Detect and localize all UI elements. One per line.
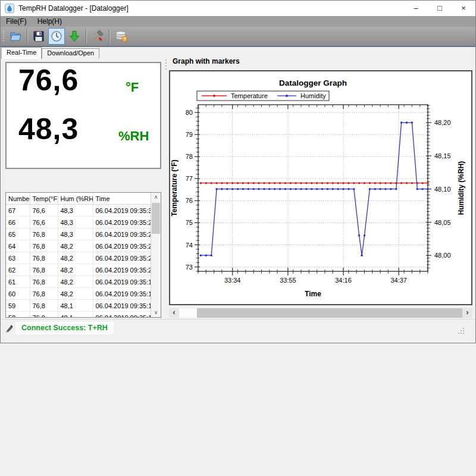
svg-text:73: 73	[186, 264, 193, 271]
tab-strip: Real-Time Download/Open	[1, 47, 475, 58]
scrollbar-thumb[interactable]	[197, 308, 462, 318]
table-cell: 76,6	[30, 205, 58, 217]
svg-text:48,00: 48,00	[434, 252, 451, 259]
column-header[interactable]: Number	[6, 193, 30, 205]
maximize-button[interactable]: □	[428, 1, 452, 16]
column-header[interactable]: Temp(°F)	[30, 193, 58, 205]
floppy-disk-icon	[33, 30, 45, 42]
table-cell: 06.04.2019 09:35:21	[93, 264, 151, 276]
toolbar-grip-icon	[2, 30, 5, 43]
table-cell: 48,3	[58, 205, 93, 217]
table-cell: 06.04.2019 09:35:23	[93, 252, 151, 264]
tab-download-open[interactable]: Download/Open	[42, 48, 99, 58]
download-arrow-icon	[68, 30, 80, 42]
clock-icon	[51, 30, 62, 42]
svg-text:80: 80	[186, 109, 193, 116]
menu-file[interactable]: File(F)	[1, 17, 32, 26]
table-row[interactable]: 6076,848,206.04.2019 09:35:16	[6, 288, 151, 300]
table-cell: 62	[6, 264, 30, 276]
scroll-right-button[interactable]: ›	[462, 308, 472, 318]
splitter-grip-icon[interactable]	[165, 59, 167, 70]
real-time-button[interactable]	[48, 28, 65, 45]
svg-text:Time: Time	[305, 290, 321, 298]
toolbar-separator	[109, 29, 109, 43]
temperature-value: 76,6	[18, 63, 79, 98]
table-vertical-scrollbar[interactable]: ∧ ∨	[151, 193, 161, 317]
svg-text:34:16: 34:16	[335, 277, 352, 284]
svg-text:33:55: 33:55	[280, 277, 296, 284]
table-row[interactable]: 6476,848,206.04.2019 09:35:25	[6, 240, 151, 252]
table-cell: 67	[6, 205, 30, 217]
resize-grip-icon[interactable]	[457, 327, 465, 334]
table-row[interactable]: 6176,848,206.04.2019 09:35:18	[6, 276, 151, 288]
svg-text:75: 75	[186, 219, 193, 226]
table-cell: 48,2	[58, 264, 93, 276]
table-cell: 59	[6, 300, 30, 312]
svg-text:34:37: 34:37	[390, 277, 407, 284]
table-row[interactable]: 6776,648,306.04.2019 09:35:31	[6, 205, 151, 217]
svg-text:79: 79	[186, 131, 193, 138]
folder-open-icon	[10, 30, 21, 42]
scroll-up-button[interactable]: ∧	[151, 193, 161, 202]
download-button[interactable]	[66, 28, 83, 45]
table-cell: 48,3	[58, 228, 93, 240]
window-title: TempRH Datalogger - [Datalogger]	[18, 4, 129, 12]
table-cell: 48,3	[58, 217, 93, 228]
save-button[interactable]	[30, 28, 47, 45]
menu-help[interactable]: Help(H)	[32, 17, 67, 26]
table-cell: 64	[6, 240, 30, 252]
svg-text:Temperature (°F): Temperature (°F)	[170, 159, 178, 216]
svg-text:74: 74	[186, 242, 193, 249]
svg-text:48,20: 48,20	[434, 119, 451, 126]
probe-pen-icon	[5, 324, 14, 333]
svg-text:?: ?	[123, 36, 126, 42]
graph-heading: Graph with markers	[173, 57, 240, 65]
table-cell: 60	[6, 288, 30, 300]
table-scrollbar-thumb[interactable]	[152, 203, 160, 234]
table-cell: 06.04.2019 09:35:29	[93, 217, 151, 228]
scroll-left-button[interactable]: ‹	[169, 308, 179, 318]
chart-horizontal-scrollbar[interactable]: ‹ ›	[169, 308, 472, 318]
toolbar-separator	[86, 29, 86, 43]
open-file-button[interactable]	[7, 28, 24, 45]
table-cell: 48,2	[58, 252, 93, 264]
table-row[interactable]: 5976,848,106.04.2019 09:35:14	[6, 300, 151, 312]
table-cell: 06.04.2019 09:35:25	[93, 240, 151, 252]
svg-text:Humidity: Humidity	[300, 92, 326, 99]
scrollbar-track[interactable]	[179, 308, 462, 318]
app-window: TempRH Datalogger - [Datalogger] – □ × F…	[0, 0, 476, 343]
status-bar: Connect Success: T+RH	[1, 319, 475, 343]
table-cell: 76,6	[30, 217, 58, 228]
status-message: Connect Success: T+RH	[15, 322, 114, 334]
minimize-button[interactable]: –	[404, 1, 428, 16]
table-cell: 76,8	[30, 228, 58, 240]
table-row[interactable]: 6576,848,306.04.2019 09:35:27	[6, 228, 151, 240]
temperature-unit: °F	[126, 80, 139, 95]
table-cell: 48,2	[58, 240, 93, 252]
tab-real-time[interactable]: Real-Time	[1, 47, 42, 59]
scroll-down-button[interactable]: ∨	[151, 308, 161, 317]
table-cell: 76,8	[30, 312, 58, 318]
table-cell: 06.04.2019 09:35:31	[93, 205, 151, 217]
readings-table: NumberTemp(°F)Hum (%RH)Time6776,648,306.…	[6, 193, 151, 318]
datalogger-help-button[interactable]: ?	[112, 28, 129, 45]
table-cell: 48,2	[58, 288, 93, 300]
table-row[interactable]: 6276,848,206.04.2019 09:35:21	[6, 264, 151, 276]
table-cell: 06.04.2019 09:35:16	[93, 288, 151, 300]
table-row[interactable]: 5876,848,106.04.2019 09:35:12	[6, 312, 151, 318]
tools-icon	[92, 30, 104, 42]
settings-button[interactable]	[89, 28, 106, 45]
table-row[interactable]: 6676,648,306.04.2019 09:35:29	[6, 217, 151, 228]
table-cell: 58	[6, 312, 30, 318]
close-button[interactable]: ×	[452, 1, 475, 16]
table-cell: 76,8	[30, 240, 58, 252]
svg-text:76: 76	[186, 197, 193, 204]
table-cell: 76,8	[30, 288, 58, 300]
readout-panel: 76,6 °F 48,3 %RH	[5, 62, 161, 169]
column-header[interactable]: Time	[93, 193, 151, 205]
svg-text:Temperature: Temperature	[231, 92, 268, 99]
column-header[interactable]: Hum (%RH)	[58, 193, 93, 205]
table-cell: 06.04.2019 09:35:18	[93, 276, 151, 288]
svg-text:48,10: 48,10	[434, 186, 451, 193]
table-row[interactable]: 6376,848,206.04.2019 09:35:23	[6, 252, 151, 264]
